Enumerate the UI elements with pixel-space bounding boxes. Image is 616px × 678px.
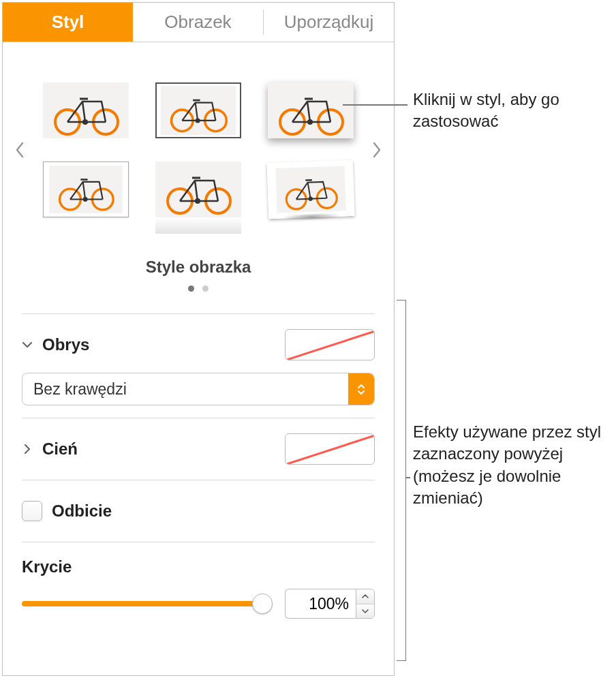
reflection-checkbox[interactable] bbox=[22, 501, 42, 521]
svg-point-11 bbox=[307, 119, 313, 125]
format-inspector-panel: Styl Obrazek Uporządkuj bbox=[2, 2, 395, 676]
svg-point-3 bbox=[82, 119, 88, 125]
page-dot-1[interactable] bbox=[188, 286, 194, 292]
callout-line-side bbox=[406, 477, 410, 478]
svg-rect-20 bbox=[275, 166, 346, 213]
reflection-section-row: Odbicie bbox=[22, 493, 375, 529]
opacity-stepper[interactable] bbox=[356, 589, 375, 619]
image-style-3[interactable] bbox=[268, 82, 354, 138]
stepper-up-icon[interactable] bbox=[356, 589, 374, 604]
opacity-slider-thumb[interactable] bbox=[252, 594, 273, 614]
inspector-tabs: Styl Obrazek Uporządkuj bbox=[3, 3, 394, 42]
image-style-1[interactable] bbox=[43, 82, 129, 138]
shadow-disclosure-icon[interactable] bbox=[22, 444, 33, 454]
callout-top: Kliknij w styl, aby go zastosować bbox=[413, 89, 604, 133]
divider bbox=[22, 313, 375, 314]
opacity-slider-track bbox=[22, 601, 271, 606]
image-styles-area: Style obrazka bbox=[3, 42, 394, 301]
opacity-slider[interactable] bbox=[22, 591, 271, 616]
tab-style[interactable]: Styl bbox=[3, 3, 133, 42]
shadow-section-header: Cień bbox=[22, 431, 375, 467]
opacity-value-field[interactable]: 100% bbox=[285, 589, 356, 619]
dropdown-arrows-icon bbox=[348, 373, 374, 405]
image-styles-caption: Style obrazka bbox=[10, 258, 387, 277]
callout-line-top bbox=[343, 104, 407, 106]
stroke-section-header: Obrys bbox=[22, 326, 375, 363]
styles-prev-button[interactable] bbox=[10, 61, 30, 238]
stroke-dropdown-value: Bez krawędzi bbox=[33, 380, 127, 399]
reflection-label: Odbicie bbox=[52, 502, 112, 521]
styles-next-button[interactable] bbox=[367, 61, 387, 238]
shadow-swatch-none[interactable] bbox=[285, 433, 375, 465]
divider bbox=[22, 542, 375, 542]
divider bbox=[22, 480, 375, 480]
page-dot-2[interactable] bbox=[202, 286, 209, 292]
opacity-section: Krycie 100% bbox=[22, 555, 375, 619]
image-style-2[interactable] bbox=[155, 82, 241, 138]
callout-bracket bbox=[397, 300, 406, 661]
opacity-label: Krycie bbox=[22, 557, 375, 576]
styles-page-dots[interactable] bbox=[10, 282, 387, 294]
shadow-label: Cień bbox=[42, 440, 78, 459]
callout-side: Efekty używane przez styl zaznaczony pow… bbox=[413, 421, 611, 510]
image-styles-grid bbox=[30, 82, 367, 217]
svg-point-7 bbox=[196, 118, 200, 123]
tab-arrange[interactable]: Uporządkuj bbox=[264, 3, 394, 42]
style-effects-sections: Obrys Bez krawędzi Cień bbox=[3, 301, 394, 631]
divider bbox=[22, 418, 375, 418]
stroke-type-dropdown[interactable]: Bez krawędzi bbox=[22, 373, 375, 405]
svg-point-19 bbox=[195, 198, 200, 204]
tab-image[interactable]: Obrazek bbox=[133, 3, 263, 42]
stepper-down-icon[interactable] bbox=[356, 604, 374, 619]
opacity-field-group: 100% bbox=[285, 589, 375, 619]
stroke-disclosure-icon[interactable] bbox=[22, 339, 33, 350]
image-style-4[interactable] bbox=[43, 161, 129, 217]
svg-point-15 bbox=[82, 197, 87, 202]
stroke-color-swatch-none[interactable] bbox=[285, 329, 375, 360]
image-style-5[interactable] bbox=[155, 161, 241, 217]
image-style-6[interactable] bbox=[267, 160, 355, 219]
stroke-label: Obrys bbox=[42, 335, 89, 354]
